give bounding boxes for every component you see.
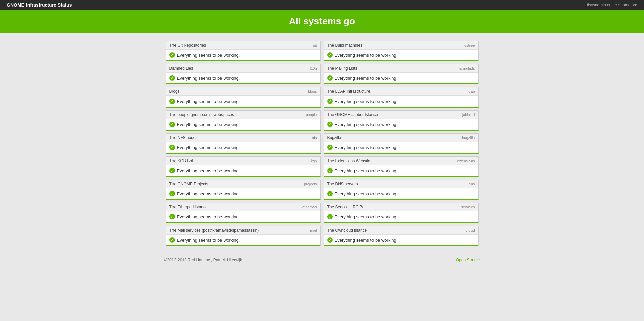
check-icon: ✔ (327, 122, 333, 127)
service-header: The Mailing Listsmailinglists (324, 64, 478, 73)
status-text: Everything seems to be working. (335, 76, 398, 81)
check-icon: ✔ (169, 122, 175, 127)
service-body: ✔Everything seems to be working. (166, 50, 320, 60)
service-body: ✔Everything seems to be working. (166, 165, 320, 176)
banner-heading: All systems go (7, 16, 637, 27)
service-body: ✔Everything seems to be working. (166, 73, 320, 83)
status-text: Everything seems to be working. (335, 145, 398, 150)
service-card: The GNOME Jabber Istancejabberd✔Everythi… (324, 110, 479, 131)
service-name: The NFS nodes (169, 135, 198, 140)
service-tag: blogs (308, 89, 317, 93)
status-text: Everything seems to be working. (177, 238, 240, 243)
service-header: The NFS nodesnfs (166, 134, 320, 142)
service-header: The DNS serversdns (324, 180, 478, 188)
status-text: Everything seems to be working. (335, 122, 398, 127)
service-body: ✔Everything seems to be working. (166, 188, 320, 199)
check-icon: ✔ (169, 214, 175, 219)
service-tag: cloud (466, 228, 475, 232)
service-card: The Extensions Websiteextensions✔Everyth… (324, 156, 479, 177)
service-name: The GNOME Jabber Istance (327, 112, 378, 117)
check-icon: ✔ (169, 99, 175, 104)
service-header: Blogsblogs (166, 87, 320, 96)
status-banner: All systems go (0, 10, 644, 33)
service-card: The DNS serversdns✔Everything seems to b… (324, 180, 479, 200)
service-card: Bugzillabugzilla✔Everything seems to be … (324, 133, 479, 154)
status-text: Everything seems to be working. (177, 214, 240, 219)
status-text: Everything seems to be working. (177, 53, 240, 58)
service-card: The Etherpad istanceetherpad✔Everything … (166, 203, 321, 223)
service-body: ✔Everything seems to be working. (324, 235, 478, 245)
check-icon: ✔ (327, 214, 333, 219)
service-body: ✔Everything seems to be working. (324, 119, 478, 130)
top-bar: GNOME Infrastructure Status #sysadmin on… (0, 0, 644, 10)
service-body: ✔Everything seems to be working. (166, 235, 320, 245)
service-card: The NFS nodesnfs✔Everything seems to be … (166, 133, 321, 154)
service-tag: dns (469, 182, 475, 186)
main-content: The Git Repositoriesgit✔Everything seems… (161, 40, 483, 248)
service-tag: nfs (312, 136, 317, 140)
service-body: ✔Everything seems to be working. (166, 142, 320, 153)
service-name: The Etherpad istance (169, 205, 208, 209)
service-name: The GNOME Projects (169, 182, 208, 186)
check-icon: ✔ (169, 145, 175, 150)
service-card: The people.gnome.org's webspacespeople✔E… (166, 110, 321, 131)
service-header: The KGB Botkgb (166, 157, 320, 165)
service-body: ✔Everything seems to be working. (166, 211, 320, 222)
service-name: The Git Repositories (169, 43, 206, 48)
status-text: Everything seems to be working. (335, 53, 398, 58)
service-tag: services (461, 205, 475, 209)
service-header: The Mail services (postfix/amavisd/spama… (166, 226, 320, 235)
check-icon: ✔ (327, 168, 333, 173)
service-header: The Build machinesostree (324, 41, 478, 50)
service-tag: ostree (464, 43, 475, 47)
service-header: The GNOME Jabber Istancejabberd (324, 111, 478, 119)
service-tag: bugzilla (462, 136, 475, 140)
service-name: The LDAP Infrastructure (327, 89, 370, 94)
service-tag: people (306, 113, 317, 117)
service-body: ✔Everything seems to be working. (324, 96, 478, 107)
service-tag: etherpad (302, 205, 317, 209)
check-icon: ✔ (327, 237, 333, 243)
service-body: ✔Everything seems to be working. (324, 165, 478, 176)
page-footer: ©2012-2013 Red Hat, Inc., Patrick Uiterw… (161, 254, 483, 266)
service-header: The people.gnome.org's webspacespeople (166, 111, 320, 119)
service-header: The Etherpad istanceetherpad (166, 203, 320, 211)
check-icon: ✔ (169, 191, 175, 196)
service-header: Bugzillabugzilla (324, 134, 478, 142)
service-header: The Extensions Websiteextensions (324, 157, 478, 165)
service-name: The Owncloud istance (327, 228, 367, 233)
open-source-link[interactable]: Open Source (456, 258, 480, 262)
service-name: The KGB Bot (169, 158, 193, 163)
service-card: The LDAP Infrastructureldap✔Everything s… (324, 87, 479, 108)
service-name: The Build machines (327, 43, 362, 48)
service-body: ✔Everything seems to be working. (324, 50, 478, 60)
status-text: Everything seems to be working. (177, 168, 240, 173)
service-name: The people.gnome.org's webspaces (169, 112, 234, 117)
service-card: The KGB Botkgb✔Everything seems to be wo… (166, 156, 321, 177)
service-header: The GNOME Projectsprojects (166, 180, 320, 188)
service-card: Damned Liesl10n✔Everything seems to be w… (166, 64, 321, 84)
service-tag: mail (310, 228, 317, 232)
service-tag: ldap (468, 89, 475, 93)
service-header: The Services IRC Botservices (324, 203, 478, 211)
service-body: ✔Everything seems to be working. (324, 188, 478, 199)
service-card: The GNOME Projectsprojects✔Everything se… (166, 180, 321, 200)
service-tag: jabberd (462, 113, 475, 117)
service-tag: extensions (457, 159, 475, 163)
service-card: The Mail services (postfix/amavisd/spama… (166, 226, 321, 246)
service-header: The Owncloud istancecloud (324, 226, 478, 235)
service-name: The Mail services (postfix/amavisd/spama… (169, 228, 259, 233)
service-tag: mailinglists (457, 66, 475, 70)
service-name: The Extensions Website (327, 158, 370, 163)
service-body: ✔Everything seems to be working. (166, 119, 320, 130)
status-text: Everything seems to be working. (335, 99, 398, 104)
status-text: Everything seems to be working. (335, 191, 398, 196)
service-card: The Owncloud istancecloud✔Everything see… (324, 226, 479, 246)
service-card: The Services IRC Botservices✔Everything … (324, 203, 479, 223)
service-name: Damned Lies (169, 66, 193, 71)
service-body: ✔Everything seems to be working. (166, 96, 320, 107)
service-name: Blogs (169, 89, 180, 94)
check-icon: ✔ (327, 75, 333, 81)
status-text: Everything seems to be working. (335, 238, 398, 243)
check-icon: ✔ (327, 145, 333, 150)
